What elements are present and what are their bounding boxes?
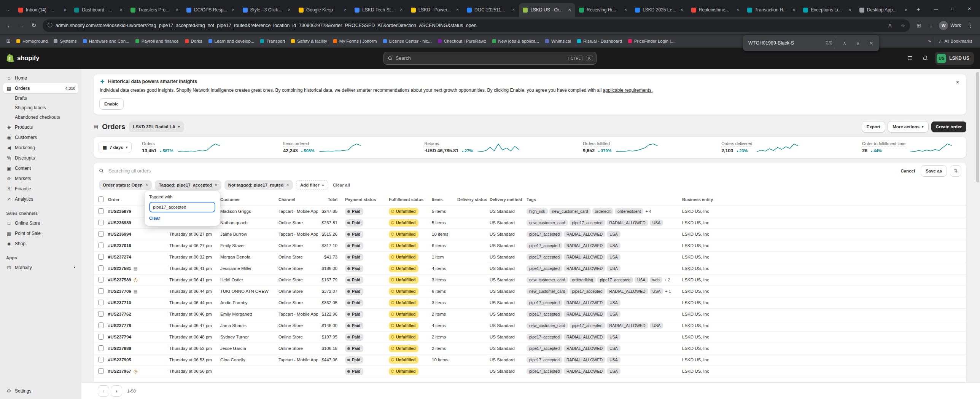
- table-row[interactable]: #US237706 ▤ ◷ Thursday at 06:44 pm TUKI …: [94, 286, 966, 297]
- browser-tab[interactable]: Google Keep ✕: [295, 3, 351, 17]
- column-header-customer[interactable]: Customer: [220, 197, 278, 202]
- table-row[interactable]: #US237888 ▤ ◷ Thursday at 06:52 pm Jesse…: [94, 343, 966, 354]
- save-as-button[interactable]: Save as: [921, 166, 947, 176]
- column-header-delivery-method[interactable]: Delivery method: [490, 197, 527, 202]
- bookmark-item[interactable]: Safety & facility: [288, 36, 330, 46]
- remove-filter-icon[interactable]: ✕: [145, 183, 148, 187]
- sidebar-item[interactable]: ◀ Marketing •: [3, 142, 78, 153]
- column-header-delivery-status[interactable]: Delivery status: [457, 197, 490, 202]
- sidebar-item[interactable]: ⌂ Home •: [3, 73, 78, 83]
- clear-all-button[interactable]: Clear all: [331, 183, 352, 187]
- browser-tab[interactable]: LSKD 2025 Le... ✕: [631, 3, 687, 17]
- row-checkbox[interactable]: [98, 265, 104, 271]
- row-checkbox[interactable]: [98, 345, 104, 351]
- tab-close-icon[interactable]: ✕: [567, 7, 573, 13]
- translate-icon[interactable]: A: [885, 21, 895, 30]
- address-bar[interactable]: ⓘ admin.shopify.com/store/loosekid-us/or…: [43, 19, 910, 32]
- browser-tab[interactable]: LSKD US - Or... ✕: [519, 3, 575, 17]
- table-row[interactable]: #US237016 ▤ ◷ Thursday at 06:27 pm Emily…: [94, 240, 966, 252]
- column-header-tags[interactable]: Tags: [527, 197, 682, 202]
- table-row[interactable]: #US237581 ▤ ◷ Thursday at 06:41 pm Jessi…: [94, 263, 966, 275]
- apps-grid-icon[interactable]: ⊞: [4, 38, 13, 44]
- find-previous-icon[interactable]: ∧: [840, 38, 850, 48]
- sidebar-item[interactable]: ◆ Shop •: [3, 238, 78, 249]
- admin-search-bar[interactable]: Search CTRL K: [383, 52, 597, 65]
- table-row[interactable]: #US235876 ▤ ◷ Madison Griggs Tapcart - M…: [94, 206, 966, 217]
- row-checkbox[interactable]: [98, 254, 104, 260]
- sidebar-section-header[interactable]: Apps: [3, 253, 78, 262]
- order-id[interactable]: #US237706: [108, 289, 131, 294]
- table-row[interactable]: #US237274 ▤ ◷ Thursday at 06:32 pm Morga…: [94, 252, 966, 263]
- find-close-icon[interactable]: ✕: [866, 38, 876, 48]
- order-id[interactable]: #US237888: [108, 346, 131, 351]
- extensions-puzzle-icon[interactable]: ⊞: [913, 20, 924, 31]
- orders-search-input[interactable]: [108, 168, 894, 174]
- bookmark-item[interactable]: Learn and develop...: [206, 36, 257, 46]
- banner-close-icon[interactable]: ✕: [953, 78, 962, 86]
- tab-close-icon[interactable]: ✕: [174, 7, 180, 13]
- sidebar-item[interactable]: ⊕ Markets •: [3, 173, 78, 184]
- filter-chip[interactable]: Tagged: pipe17_accepted ✕: [155, 180, 221, 190]
- forward-button[interactable]: →: [16, 20, 27, 31]
- column-header-business-entity[interactable]: Business entity: [682, 197, 966, 202]
- table-row[interactable]: #US237778 ▤ ◷ Thursday at 06:47 pm Jama …: [94, 320, 966, 332]
- column-header-channel[interactable]: Channel: [278, 197, 318, 202]
- browser-tab[interactable]: Transaction H... ✕: [743, 3, 799, 17]
- sidebar-item[interactable]: ◉ Customers •: [3, 132, 78, 142]
- browser-tab[interactable]: Replenishme... ✕: [687, 3, 743, 17]
- bookmark-item[interactable]: PriceFinder Login |...: [625, 36, 677, 46]
- tagged-with-input[interactable]: [149, 202, 215, 212]
- column-header-payment-status[interactable]: Payment status: [345, 197, 389, 202]
- sidebar-item[interactable]: ◈ Products •: [3, 122, 78, 132]
- browser-tab[interactable]: Style - 3 Click... ✕: [239, 3, 295, 17]
- tab-close-icon[interactable]: ✕: [791, 7, 797, 13]
- clear-tag-filter-link[interactable]: Clear: [149, 216, 160, 220]
- sidebar-subitem[interactable]: Abandoned checkouts: [3, 112, 78, 122]
- cancel-button[interactable]: Cancel: [898, 169, 917, 173]
- browser-tab[interactable]: Desktop App... ✕: [856, 3, 912, 17]
- metric[interactable]: Orders 13,451 ▲587%: [142, 141, 220, 153]
- filter-chip[interactable]: Order status: Open ✕: [99, 180, 152, 190]
- bookmark-item[interactable]: Whimsical: [542, 36, 574, 46]
- sidebar-item[interactable]: $ Finance •: [3, 184, 78, 194]
- tab-close-icon[interactable]: ✕: [455, 7, 460, 13]
- order-id[interactable]: #US237957: [108, 369, 131, 373]
- tab-close-icon[interactable]: ✕: [623, 7, 628, 13]
- sort-button[interactable]: ⇅: [950, 166, 961, 176]
- store-switcher-chip[interactable]: US LSKD US: [935, 52, 974, 65]
- bookmark-item[interactable]: License Center - nic...: [380, 36, 434, 46]
- row-checkbox[interactable]: [98, 368, 104, 374]
- filter-chip[interactable]: Not tagged: pipe17_routed ✕: [224, 180, 293, 190]
- window-minimize-button[interactable]: —: [928, 3, 944, 15]
- bookmark-item[interactable]: Transport: [258, 36, 288, 46]
- tab-close-icon[interactable]: ✕: [118, 7, 124, 13]
- browser-tab[interactable]: LSKD Tech St... ✕: [351, 3, 407, 17]
- order-id[interactable]: #US237274: [108, 255, 131, 259]
- tab-close-icon[interactable]: ✕: [286, 7, 292, 13]
- enable-button[interactable]: Enable: [100, 99, 123, 109]
- new-tab-button[interactable]: +: [913, 4, 924, 15]
- scrollbar-thumb[interactable]: [976, 72, 979, 182]
- order-id[interactable]: #US237589: [108, 278, 131, 282]
- bookmark-item[interactable]: Checkout | PureRawz: [435, 36, 489, 46]
- column-header-items[interactable]: Items: [432, 197, 457, 202]
- browser-profile-chip[interactable]: W Work: [937, 19, 964, 32]
- sidebar-subitem[interactable]: Shipping labels: [3, 103, 78, 112]
- shopify-logo[interactable]: shopify: [6, 54, 39, 63]
- bookmark-item[interactable]: New jobs & applica...: [490, 36, 542, 46]
- sidebar-item-settings[interactable]: ⚙ Settings: [3, 385, 78, 397]
- table-row[interactable]: #US237710 ▤ ◷ Thursday at 06:44 pm Andie…: [94, 297, 966, 309]
- sidebar-item[interactable]: ▦ Point of Sale •: [3, 228, 78, 238]
- table-row[interactable]: #US236994 ▤ ◷ Thursday at 06:27 pm Jaime…: [94, 229, 966, 240]
- bookmark-item[interactable]: Dorks: [182, 36, 205, 46]
- reload-button[interactable]: ↻: [28, 20, 40, 31]
- remove-filter-icon[interactable]: ✕: [286, 183, 289, 187]
- column-header-fulfillment-status[interactable]: Fulfillment status: [389, 197, 432, 202]
- bookmark-item[interactable]: Hardware and Con...: [80, 36, 132, 46]
- order-id[interactable]: #US237778: [108, 323, 131, 328]
- previous-page-button[interactable]: ‹: [98, 386, 109, 396]
- browser-tab[interactable]: DOC-202511... ✕: [463, 3, 519, 17]
- tab-close-icon[interactable]: ✕: [903, 7, 909, 13]
- row-checkbox[interactable]: [98, 243, 104, 248]
- find-next-icon[interactable]: ∨: [853, 38, 863, 48]
